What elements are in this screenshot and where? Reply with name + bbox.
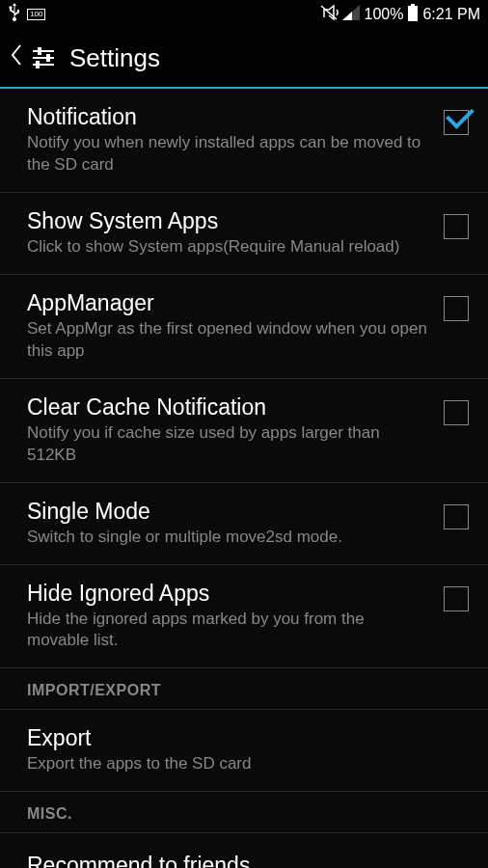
battery-box-icon: 100 xyxy=(27,9,45,20)
section-import-export: IMPORT/EXPORT xyxy=(0,668,488,710)
settings-list: Notification Notify you when newly insta… xyxy=(0,89,488,868)
setting-title: Clear Cache Notification xyxy=(27,394,428,420)
setting-clear-cache-notification[interactable]: Clear Cache Notification Notify you if c… xyxy=(0,379,488,483)
svg-rect-7 xyxy=(36,61,40,68)
setting-title: Hide Ignored Apps xyxy=(27,581,428,607)
svg-rect-2 xyxy=(33,50,54,52)
battery-percent: 100% xyxy=(364,6,403,23)
setting-subtitle: Click to show System apps(Require Manual… xyxy=(27,236,428,258)
setting-title: Show System Apps xyxy=(27,208,428,234)
setting-subtitle: Hide the ignored apps marked by you from… xyxy=(27,609,428,653)
header-bar: Settings xyxy=(0,29,488,89)
checkbox-clear-cache[interactable] xyxy=(444,400,469,425)
setting-export[interactable]: Export Export the apps to the SD card xyxy=(0,710,488,792)
setting-subtitle: Set AppMgr as the first opened window wh… xyxy=(27,318,428,363)
setting-title: Recommend to friends xyxy=(27,853,469,868)
setting-title: Single Mode xyxy=(27,499,428,525)
setting-hide-ignored-apps[interactable]: Hide Ignored Apps Hide the ignored apps … xyxy=(0,565,488,669)
checkbox-app-manager[interactable] xyxy=(444,296,469,321)
setting-show-system-apps[interactable]: Show System Apps Click to show System ap… xyxy=(0,193,488,275)
settings-slider-icon[interactable] xyxy=(31,45,56,70)
svg-rect-3 xyxy=(38,47,41,55)
setting-subtitle: Notify you if cache size used by apps la… xyxy=(27,422,428,467)
setting-subtitle: Switch to single or multiple move2sd mod… xyxy=(27,527,428,549)
setting-app-manager[interactable]: AppManager Set AppMgr as the first opene… xyxy=(0,275,488,379)
checkbox-hide-ignored[interactable] xyxy=(444,586,469,611)
svg-rect-1 xyxy=(408,6,418,21)
vibrate-icon xyxy=(319,4,339,25)
checkbox-show-system-apps[interactable] xyxy=(444,214,469,239)
section-misc: MISC. xyxy=(0,792,488,833)
status-bar: 100 100% 6:21 PM xyxy=(0,0,488,29)
usb-icon xyxy=(8,3,21,26)
back-icon[interactable] xyxy=(10,42,23,74)
setting-title: Notification xyxy=(27,104,428,130)
battery-icon xyxy=(407,4,419,25)
checkbox-single-mode[interactable] xyxy=(444,504,469,529)
setting-notification[interactable]: Notification Notify you when newly insta… xyxy=(0,89,488,193)
setting-title: AppManager xyxy=(27,290,428,316)
page-title: Settings xyxy=(69,43,160,73)
setting-subtitle: Export the apps to the SD card xyxy=(27,753,453,775)
svg-rect-0 xyxy=(411,4,415,6)
svg-rect-5 xyxy=(46,54,50,62)
setting-title: Export xyxy=(27,725,453,751)
svg-rect-4 xyxy=(33,57,54,59)
setting-subtitle: Notify you when newly installed apps can… xyxy=(27,132,428,176)
setting-single-mode[interactable]: Single Mode Switch to single or multiple… xyxy=(0,483,488,565)
setting-recommend[interactable]: Recommend to friends xyxy=(0,833,488,868)
clock-time: 6:21 PM xyxy=(422,6,480,23)
signal-icon xyxy=(342,5,360,24)
checkbox-notification[interactable] xyxy=(444,110,469,135)
